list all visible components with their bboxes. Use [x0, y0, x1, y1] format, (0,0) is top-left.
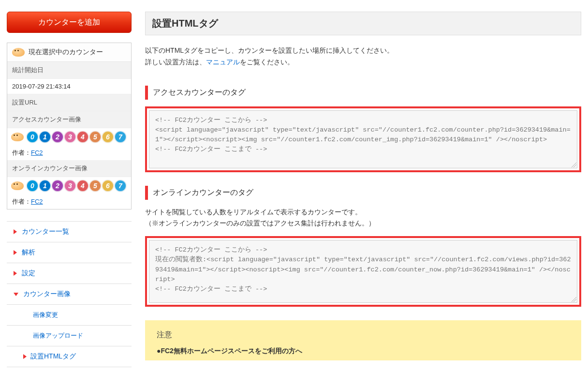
digit: 7 — [115, 180, 126, 192]
page-title: 設置HTMLタグ — [145, 12, 581, 35]
online-counter-image-label: オンラインカウンター画像 — [7, 160, 131, 177]
author-line: 作者：FC2 — [7, 194, 131, 209]
add-counter-button[interactable]: カウンターを追加 — [7, 12, 132, 33]
install-url-label: 設置URL — [7, 94, 131, 111]
triangle-right-icon — [14, 229, 17, 234]
digit: 3 — [64, 180, 76, 192]
nav-label: カウンター一覧 — [22, 227, 69, 236]
notice-line: ●FC2無料ホームページスペースをご利用の方へ — [157, 347, 570, 356]
access-counter-code-frame: <!-- FC2カウンター ここから --> <script language=… — [145, 106, 581, 172]
desc-line2: （※オンラインカウンターのみの設置ではアクセス集計は行われません。） — [145, 219, 375, 227]
digit: 4 — [77, 180, 88, 192]
nav-image-upload[interactable]: 画像アップロード — [7, 326, 132, 346]
access-counter-image-label: アクセスカウンター画像 — [7, 111, 131, 128]
panel-header: 現在選択中のカウンター — [7, 43, 131, 62]
digit: 2 — [52, 131, 63, 143]
author-label: 作者： — [12, 198, 31, 205]
nav-label: 解析 — [22, 248, 35, 257]
panel-title: 現在選択中のカウンター — [29, 48, 103, 57]
nav-label: カウンター画像 — [23, 290, 71, 298]
pig-icon — [12, 48, 25, 57]
nav-image-change[interactable]: 画像変更 — [7, 305, 132, 326]
triangle-right-icon — [14, 250, 17, 255]
nav-counter-image[interactable]: カウンター画像 — [7, 284, 132, 305]
digit: 6 — [102, 131, 114, 143]
notice-box: 注意 ●FC2無料ホームページスペースをご利用の方へ — [145, 320, 581, 360]
online-counter-code-frame: <!-- FC2カウンター ここから --> 現在の閲覧者数:<script l… — [145, 236, 581, 307]
triangle-right-icon — [14, 271, 17, 276]
digit: 1 — [39, 180, 51, 192]
digit: 5 — [89, 180, 101, 192]
author-label: 作者： — [12, 149, 31, 156]
nav-label: 設定 — [22, 269, 35, 278]
nav-settings[interactable]: 設定 — [7, 263, 132, 284]
manual-link[interactable]: マニュアル — [206, 58, 240, 66]
stat-start-label: 統計開始日 — [7, 62, 131, 79]
nav-label: 画像変更 — [33, 311, 58, 319]
current-counter-panel: 現在選択中のカウンター 統計開始日 2019-07-29 21:43:14 設置… — [7, 43, 132, 209]
stat-start-value: 2019-07-29 21:43:14 — [7, 79, 131, 94]
nav-label: 設置HTMLタグ — [30, 352, 76, 361]
nav-analysis[interactable]: 解析 — [7, 242, 132, 263]
digit: 3 — [64, 131, 76, 143]
online-counter-tag-heading: オンラインカウンターのタグ — [145, 186, 581, 200]
digit: 4 — [77, 131, 88, 143]
notice-title: 注意 — [157, 330, 570, 340]
triangle-right-icon — [23, 354, 27, 359]
sidebar-nav: カウンター一覧 解析 設定 カウンター画像 画像変更 画像アップロード — [7, 221, 132, 367]
nav-html-tag[interactable]: 設置HTMLタグ — [7, 346, 132, 367]
access-counter-code[interactable]: <!-- FC2カウンター ここから --> <script language=… — [149, 110, 577, 168]
online-counter-image: 0 1 2 3 4 5 6 7 — [7, 177, 131, 194]
desc-line1: サイトを閲覧している人数をリアルタイムで表示するカウンターです。 — [145, 208, 362, 216]
digit: 2 — [52, 180, 63, 192]
author-line: 作者：FC2 — [7, 146, 131, 160]
intro-line1: 以下のHTMLタグをコピーし、カウンターを設置したい場所に挿入してください。 — [145, 46, 394, 54]
digit: 5 — [89, 131, 101, 143]
pig-icon — [11, 133, 24, 141]
author-link[interactable]: FC2 — [31, 149, 43, 156]
online-counter-code[interactable]: <!-- FC2カウンター ここから --> 現在の閲覧者数:<script l… — [149, 240, 577, 303]
resize-grip-icon[interactable] — [572, 297, 576, 302]
digit: 0 — [27, 131, 38, 143]
access-counter-image: 0 1 2 3 4 5 6 7 — [7, 128, 131, 146]
nav-label: 画像アップロード — [33, 331, 83, 340]
nav-counter-list[interactable]: カウンター一覧 — [7, 222, 132, 242]
pig-icon — [11, 181, 24, 190]
author-link[interactable]: FC2 — [31, 198, 43, 205]
intro-text: 以下のHTMLタグをコピーし、カウンターを設置したい場所に挿入してください。 詳… — [145, 45, 581, 68]
digit: 0 — [27, 180, 38, 192]
triangle-down-icon — [14, 293, 18, 296]
resize-grip-icon[interactable] — [572, 163, 576, 167]
access-counter-tag-heading: アクセスカウンターのタグ — [145, 86, 581, 100]
digit: 7 — [115, 131, 126, 143]
digit: 6 — [102, 180, 114, 192]
digit: 1 — [39, 131, 51, 143]
intro-line2-post: をご覧ください。 — [240, 58, 294, 66]
intro-line2-pre: 詳しい設置方法は、 — [145, 58, 206, 66]
online-counter-desc: サイトを閲覧している人数をリアルタイムで表示するカウンターです。 （※オンライン… — [145, 207, 581, 230]
